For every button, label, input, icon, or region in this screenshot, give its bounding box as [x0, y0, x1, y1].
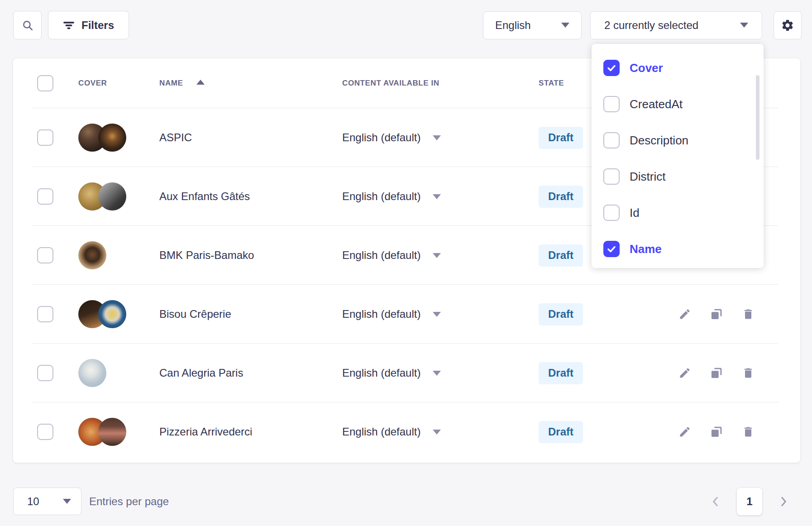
- select-all-checkbox[interactable]: [37, 75, 53, 91]
- column-option-label: Name: [630, 242, 662, 256]
- delete-button[interactable]: [742, 308, 755, 320]
- pager: 1: [710, 488, 789, 515]
- column-option-cover[interactable]: Cover: [603, 50, 764, 86]
- page-size-value: 10: [27, 495, 39, 508]
- next-page-button[interactable]: [778, 496, 789, 507]
- checkbox[interactable]: [603, 205, 620, 221]
- locale-label: English (default): [342, 426, 420, 438]
- delete-button[interactable]: [742, 367, 755, 379]
- columns-select[interactable]: 2 currently selected: [590, 11, 762, 39]
- column-option-id[interactable]: Id: [603, 195, 764, 231]
- cover-avatar: [98, 182, 126, 210]
- cover-avatar: [78, 241, 106, 269]
- chevron-down-icon[interactable]: [433, 371, 441, 376]
- duplicate-button[interactable]: [710, 308, 723, 320]
- chevron-down-icon[interactable]: [433, 253, 441, 258]
- checkbox[interactable]: [603, 96, 620, 112]
- pencil-icon: [678, 426, 691, 438]
- chevron-down-icon[interactable]: [433, 135, 441, 140]
- chevron-right-icon: [778, 496, 789, 507]
- page-size-select[interactable]: 10: [13, 488, 81, 515]
- row-checkbox[interactable]: [37, 129, 53, 146]
- column-option-label: CreatedAt: [630, 97, 683, 111]
- table-row[interactable]: Can Alegria Paris English (default) Draf…: [13, 344, 800, 402]
- cover-avatars: [78, 300, 128, 328]
- table-row[interactable]: Bisou Crêperie English (default) Draft: [13, 285, 800, 344]
- chevron-down-icon[interactable]: [433, 312, 441, 317]
- header-name[interactable]: NAME: [159, 79, 183, 87]
- delete-button[interactable]: [742, 426, 755, 438]
- sort-ascending-icon[interactable]: [196, 80, 205, 85]
- trash-icon: [742, 308, 755, 320]
- scrollbar-thumb[interactable]: [756, 75, 759, 160]
- chevron-down-icon[interactable]: [433, 194, 441, 199]
- row-checkbox[interactable]: [37, 365, 53, 381]
- columns-dropdown-panel: CoverCreatedAtDescriptionDistrictIdName: [592, 44, 764, 268]
- cover-avatar: [98, 124, 126, 152]
- cover-avatar: [98, 300, 126, 328]
- row-name: Bisou Crêperie: [159, 308, 231, 320]
- status-badge: Draft: [539, 421, 583, 443]
- columns-dropdown-list: CoverCreatedAtDescriptionDistrictIdName: [603, 50, 764, 267]
- edit-button[interactable]: [678, 308, 691, 320]
- header-content-available-in: CONTENT AVAILABLE IN: [342, 79, 439, 87]
- cover-avatar: [98, 418, 126, 446]
- row-name: BMK Paris-Bamako: [159, 249, 254, 261]
- filter-icon: [63, 19, 75, 31]
- duplicate-icon: [710, 367, 723, 379]
- header-state: STATE: [539, 79, 564, 87]
- duplicate-button[interactable]: [710, 426, 723, 438]
- edit-button[interactable]: [678, 367, 691, 379]
- locale-label: English (default): [342, 367, 420, 379]
- checkbox-checked-icon[interactable]: [603, 241, 620, 257]
- page-1-button[interactable]: 1: [737, 488, 762, 515]
- row-checkbox[interactable]: [37, 247, 53, 263]
- table-row[interactable]: Pizzeria Arrivederci English (default) D…: [13, 402, 800, 461]
- trash-icon: [742, 367, 755, 379]
- column-option-name[interactable]: Name: [603, 231, 764, 267]
- pencil-icon: [678, 308, 691, 320]
- column-option-createdat[interactable]: CreatedAt: [603, 86, 764, 122]
- duplicate-button[interactable]: [710, 367, 723, 379]
- row-checkbox[interactable]: [37, 188, 53, 205]
- gear-icon: [781, 19, 794, 32]
- pagination-bar: 10 Entries per page 1: [0, 488, 812, 515]
- cover-avatar: [78, 359, 106, 387]
- row-checkbox[interactable]: [37, 306, 53, 322]
- column-option-label: Id: [630, 206, 640, 220]
- column-option-district[interactable]: District: [603, 158, 764, 195]
- previous-page-button[interactable]: [710, 496, 721, 507]
- column-option-label: Cover: [630, 61, 663, 75]
- cover-avatars: [78, 241, 128, 269]
- checkbox-checked-icon[interactable]: [603, 60, 620, 76]
- column-option-description[interactable]: Description: [603, 122, 764, 158]
- pencil-icon: [678, 367, 691, 379]
- chevron-down-icon: [561, 23, 569, 28]
- edit-button[interactable]: [678, 426, 691, 438]
- row-name: Can Alegria Paris: [159, 367, 243, 379]
- row-checkbox[interactable]: [37, 424, 53, 440]
- toolbar: Filters English 2 currently selected: [0, 11, 812, 39]
- row-name: ASPIC: [159, 131, 192, 143]
- locale-label: English (default): [342, 249, 420, 262]
- locale-label: English (default): [342, 131, 420, 144]
- checkbox[interactable]: [603, 132, 620, 148]
- column-option-label: Description: [630, 134, 688, 148]
- locale-select[interactable]: English: [483, 11, 582, 39]
- settings-button[interactable]: [774, 11, 802, 39]
- status-badge: Draft: [539, 186, 583, 208]
- search-icon: [22, 19, 33, 31]
- locale-label: English (default): [342, 190, 420, 203]
- duplicate-icon: [710, 426, 723, 438]
- cover-avatars: [78, 182, 128, 210]
- locale-label: English (default): [342, 308, 420, 320]
- chevron-down-icon[interactable]: [433, 430, 441, 435]
- chevron-down-icon: [63, 499, 71, 504]
- chevron-down-icon: [740, 23, 748, 28]
- filters-label: Filters: [81, 19, 114, 32]
- row-name: Aux Enfants Gâtés: [159, 190, 250, 202]
- filters-button[interactable]: Filters: [48, 11, 129, 39]
- checkbox[interactable]: [603, 168, 620, 185]
- search-button[interactable]: [13, 11, 42, 39]
- header-cover: COVER: [78, 79, 107, 87]
